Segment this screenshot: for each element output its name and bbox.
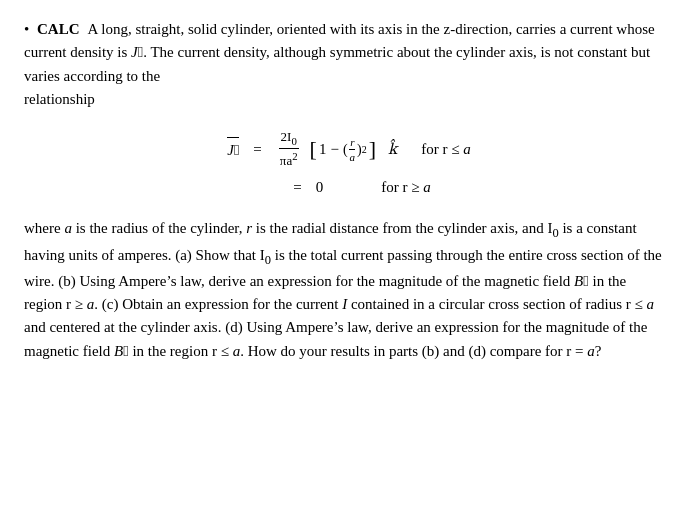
bullet: • [24,21,29,37]
bracket-close: ] [369,138,376,160]
r-over-a-expr: ( r a ) 2 [343,135,367,165]
bracket-expression: [ 1 − ( r a ) 2 ] [310,135,376,165]
problem-paragraph: • CALC A long, straight, solid cylinder,… [24,18,666,111]
condition-1: for r ≤ a [421,138,470,161]
bracket-open: [ [310,138,317,160]
eq-fraction: 2I0 πa2 [278,129,300,170]
a-italic: a [64,220,72,236]
calc-label: CALC [37,21,80,37]
B-vector: B⃗ [574,273,589,289]
equation-row-2: = 0 for r ≥ a [259,176,430,199]
j-vector: J⃗ [131,44,143,60]
equation-block: J⃗ = 2I0 πa2 [ 1 − ( r a [24,129,666,199]
relationship-word: relationship [24,91,95,107]
power-2: 2 [362,142,367,158]
eq-minus: − [330,138,338,161]
where-text-8: in the region r ≤ a. How do your results… [129,343,602,359]
inner-frac-num: r [349,135,355,150]
inner-fraction: r a [349,135,357,165]
equation-row-1: J⃗ = 2I0 πa2 [ 1 − ( r a [219,129,470,170]
where-text-1: where [24,220,64,236]
where-paragraph: where a is the radius of the cylinder, r… [24,217,666,363]
inner-frac-den: a [349,150,357,164]
frac-numerator: 2I0 [279,129,299,149]
B-vector-2: B⃗ [114,343,129,359]
eq-equals-1: = [253,138,261,161]
eq-equals-2: = [293,176,301,199]
k-hat: k̂ [388,138,397,161]
problem-container: • CALC A long, straight, solid cylinder,… [24,18,666,363]
frac-denominator: πa2 [278,149,300,170]
condition-2: for r ≥ a [381,176,430,199]
eq-one: 1 [319,138,327,161]
where-text-2: is the radius of the cylinder, [72,220,246,236]
eq-zero: 0 [316,176,324,199]
eq-lhs-J: J⃗ [219,137,239,162]
